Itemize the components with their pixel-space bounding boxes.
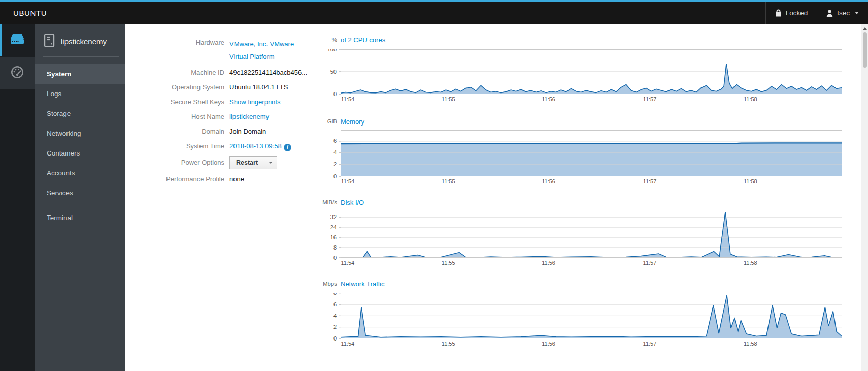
domain-label: Domain [127, 127, 229, 137]
join-domain-value[interactable]: Join Domain [229, 127, 266, 137]
performance-profile-value: none [229, 174, 244, 184]
sidebar-item-accounts[interactable]: Accounts [35, 163, 125, 183]
info-row-domain: Domain Join Domain [127, 127, 305, 137]
system-time-link[interactable]: 2018-08-13 09:58 [229, 142, 282, 150]
user-icon [826, 10, 833, 17]
svg-text:6: 6 [333, 301, 337, 307]
locked-label: Locked [786, 9, 808, 17]
network-chart-title-row: Mbps Network Traffic [307, 279, 843, 288]
info-row-hardware: Hardware VMware, Inc. VMware Virtual Pla… [127, 38, 305, 63]
scrollbar-thumb[interactable] [863, 32, 867, 68]
server-icon [9, 33, 25, 48]
memory-unit-label: GiB [307, 118, 341, 125]
sidebar-item-logs[interactable]: Logs [35, 84, 125, 104]
top-navbar: UBUNTU Locked tsec [0, 0, 868, 24]
cockpit-app: UBUNTU Locked tsec [0, 0, 868, 371]
hostname-label: Host Name [127, 112, 229, 122]
machine-id-label: Machine ID [127, 68, 229, 78]
disk-io-chart: 3224168011:5411:5511:5611:5711:58 [307, 211, 843, 267]
system-time-label: System Time [127, 141, 229, 151]
svg-text:2: 2 [333, 324, 337, 330]
svg-text:11:54: 11:54 [341, 96, 354, 102]
info-row-performance-profile: Performance Profile none [127, 174, 305, 184]
svg-text:11:56: 11:56 [542, 341, 555, 347]
svg-text:11:55: 11:55 [442, 96, 455, 102]
sidebar-item-services[interactable]: Services [35, 183, 125, 203]
info-row-os: Operating System Ubuntu 18.04.1 LTS [127, 82, 305, 92]
host-header[interactable]: lipstickenemy [35, 24, 125, 56]
locked-indicator[interactable]: Locked [765, 2, 817, 24]
memory-chart-link[interactable]: Memory [341, 118, 364, 126]
info-row-ssh-keys: Secure Shell Keys Show fingerprints [127, 97, 305, 107]
vertical-scrollbar[interactable] [861, 24, 868, 371]
svg-text:8: 8 [333, 244, 337, 251]
sidebar-menu: System Logs Storage Networking Container… [35, 64, 125, 228]
svg-text:0: 0 [333, 173, 337, 179]
hostname-link[interactable]: lipstickenemy [229, 113, 269, 120]
cpu-chart-title-row: % of 2 CPU cores [307, 35, 843, 44]
svg-text:11:57: 11:57 [643, 260, 657, 266]
sidebar-item-system[interactable]: System [35, 64, 125, 84]
svg-text:11:56: 11:56 [542, 96, 555, 102]
svg-text:11:57: 11:57 [643, 178, 657, 184]
memory-chart-title-row: GiB Memory [307, 117, 843, 126]
svg-text:11:54: 11:54 [341, 341, 354, 347]
svg-text:11:57: 11:57 [643, 96, 657, 102]
sidebar-item-networking[interactable]: Networking [35, 123, 125, 143]
network-unit-label: Mbps [307, 281, 341, 287]
svg-text:11:58: 11:58 [744, 260, 757, 266]
svg-text:11:58: 11:58 [744, 178, 757, 184]
hardware-link[interactable]: VMware, Inc. VMware Virtual Platform [229, 38, 306, 63]
icon-rail [0, 24, 35, 371]
power-dropdown-button[interactable] [264, 156, 277, 169]
scroll-up-arrow-icon[interactable] [863, 27, 867, 30]
gauge-icon [10, 65, 24, 81]
os-value: Ubuntu 18.04.1 LTS [229, 82, 288, 92]
navbar-right-group: Locked tsec [765, 2, 868, 24]
info-row-system-time: System Time 2018-08-13 09:58i [127, 141, 305, 151]
rail-item-dashboard[interactable] [0, 57, 35, 89]
info-row-hostname: Host Name lipstickenemy [127, 112, 305, 122]
sidebar-item-storage[interactable]: Storage [35, 104, 125, 123]
svg-text:11:58: 11:58 [744, 341, 757, 347]
user-menu[interactable]: tsec [817, 2, 868, 24]
svg-text:11:55: 11:55 [442, 178, 455, 184]
machine-id-value: 49c1822514114bacb456... [229, 68, 307, 78]
rail-item-host[interactable] [0, 24, 35, 56]
user-name: tsec [837, 9, 850, 17]
power-options-label: Power Options [127, 156, 229, 169]
svg-text:4: 4 [333, 313, 337, 319]
svg-text:11:56: 11:56 [542, 260, 555, 266]
disk-chart-link[interactable]: Disk I/O [341, 199, 364, 206]
cpu-chart-link[interactable]: of 2 CPU cores [341, 36, 385, 44]
cpu-usage-chart: 10050011:5411:5511:5611:5711:58 [307, 49, 843, 103]
sidebar-item-containers[interactable]: Containers [35, 143, 125, 163]
svg-text:100: 100 [327, 49, 337, 52]
disk-chart-title-row: MiB/s Disk I/O [307, 198, 843, 207]
network-chart-link[interactable]: Network Traffic [341, 280, 384, 288]
svg-text:50: 50 [330, 69, 337, 75]
network-traffic-chart: 8642011:5411:5511:5611:5711:58 [307, 293, 843, 348]
accent-strip [0, 0, 868, 2]
sidebar-item-terminal[interactable]: Terminal [35, 208, 125, 228]
svg-text:11:55: 11:55 [442, 260, 455, 266]
info-circle-icon[interactable]: i [284, 144, 291, 151]
svg-text:0: 0 [333, 91, 337, 97]
disk-unit-label: MiB/s [307, 199, 341, 205]
show-fingerprints-link[interactable]: Show fingerprints [229, 98, 280, 106]
host-name: lipstickenemy [61, 37, 107, 46]
restart-button[interactable]: Restart [229, 156, 264, 169]
svg-text:11:57: 11:57 [643, 341, 657, 347]
memory-usage-chart: 642011:5411:5511:5611:5711:58 [307, 130, 843, 186]
system-info-panel: Hardware VMware, Inc. VMware Virtual Pla… [127, 38, 305, 189]
svg-text:11:55: 11:55 [442, 341, 455, 347]
brand-logo: UBUNTU [13, 2, 47, 24]
svg-text:6: 6 [333, 138, 337, 144]
ssh-keys-label: Secure Shell Keys [127, 97, 229, 107]
svg-text:11:56: 11:56 [542, 178, 555, 184]
info-row-machine-id: Machine ID 49c1822514114bacb456... [127, 68, 305, 78]
menu-group-gap [35, 203, 125, 208]
svg-text:16: 16 [330, 234, 337, 240]
svg-text:11:54: 11:54 [341, 260, 354, 266]
performance-profile-label: Performance Profile [127, 174, 229, 184]
